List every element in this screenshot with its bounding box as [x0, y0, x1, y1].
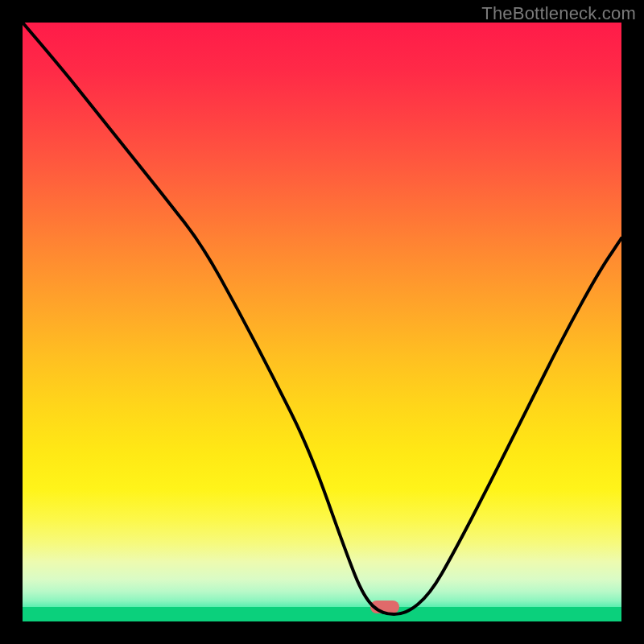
chart-frame: TheBottleneck.com — [0, 0, 644, 644]
bottleneck-curve — [23, 23, 621, 621]
watermark-text: TheBottleneck.com — [481, 3, 636, 24]
plot-area — [23, 23, 621, 621]
